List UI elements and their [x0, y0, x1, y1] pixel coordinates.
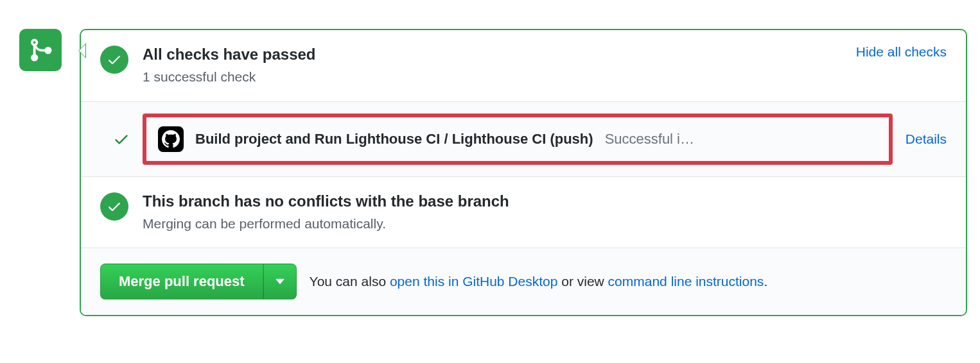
git-merge-icon: [28, 37, 53, 63]
check-name: Build project and Run Lighthouse CI / Li…: [195, 131, 593, 148]
checks-title: All checks have passed: [143, 44, 843, 64]
open-desktop-link[interactable]: open this in GitHub Desktop: [390, 274, 557, 289]
conflicts-title: This branch has no conflicts with the ba…: [143, 191, 947, 211]
success-status-circle: [100, 46, 128, 74]
check-icon: [107, 199, 122, 214]
conflicts-section: This branch has no conflicts with the ba…: [81, 177, 966, 249]
check-highlight: Build project and Run Lighthouse CI / Li…: [143, 114, 893, 165]
check-row: Build project and Run Lighthouse CI / Li…: [81, 102, 966, 177]
check-success-icon: [113, 131, 130, 148]
github-actions-avatar: [158, 126, 184, 152]
cli-instructions-link[interactable]: command line instructions: [608, 274, 764, 289]
merge-status-panel: All checks have passed 1 successful chec…: [80, 29, 967, 316]
merge-help-middle: or view: [557, 274, 608, 289]
merge-options-dropdown[interactable]: [263, 264, 297, 300]
merge-footer: Merge pull request You can also open thi…: [81, 248, 966, 315]
merge-help-text: You can also open this in GitHub Desktop…: [310, 274, 768, 289]
checks-summary-section: All checks have passed 1 successful chec…: [81, 30, 966, 102]
success-status-circle: [100, 192, 128, 221]
caret-down-icon: [276, 278, 284, 285]
merge-pull-request-button[interactable]: Merge pull request: [100, 264, 263, 300]
github-icon: [162, 130, 180, 148]
git-merge-badge: [19, 29, 62, 71]
checks-subtitle: 1 successful check: [143, 67, 843, 87]
conflicts-subtitle: Merging can be performed automatically.: [143, 214, 947, 234]
merge-help-suffix: .: [764, 274, 767, 289]
check-status-text: Successful i…: [605, 131, 694, 148]
toggle-checks-link[interactable]: Hide all checks: [856, 44, 947, 60]
merge-help-prefix: You can also: [310, 274, 390, 289]
check-icon: [107, 52, 122, 67]
check-details-link[interactable]: Details: [906, 131, 947, 147]
